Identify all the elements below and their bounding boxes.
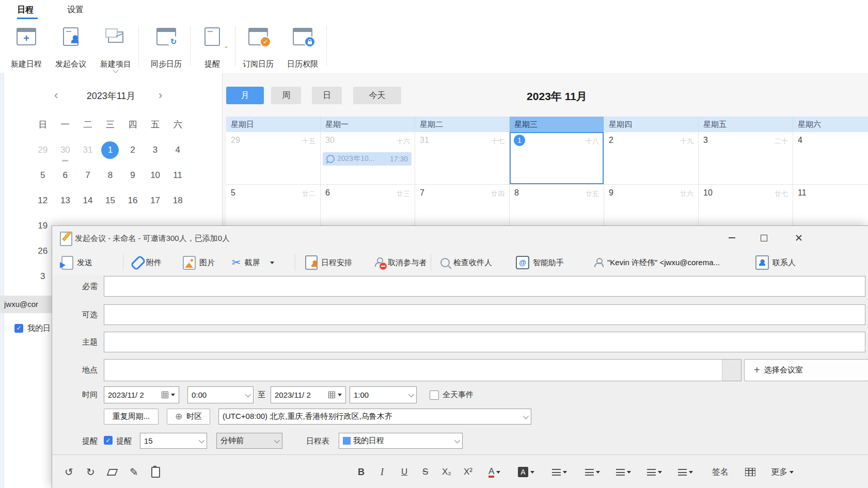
reminder-button[interactable]: 提醒 [195,24,229,70]
mini-day-cell[interactable]: 16 [121,188,144,213]
align-button[interactable] [552,455,567,488]
mini-day-cell[interactable]: 3 [31,264,54,289]
reminder-checkbox[interactable]: ✓ [104,436,113,445]
mini-day-cell[interactable]: 13 [54,188,77,213]
start-date-picker[interactable]: 2023/11/ 2 [104,386,179,403]
insert-table-button[interactable] [745,455,755,488]
all-day-checkbox[interactable] [430,391,439,400]
day-cell[interactable]: 31 十七 [415,132,510,185]
bold-button[interactable]: B [358,455,365,488]
minimize-button[interactable] [723,231,740,245]
mini-day-cell[interactable]: 3 [144,137,167,162]
choose-meeting-room-button[interactable]: + 选择会议室 [744,359,868,381]
start-meeting-button[interactable]: 发起会议 [49,24,93,70]
mini-calendar-prev-button[interactable]: ‹ [54,89,58,102]
reminder-value-select[interactable]: 15 [140,433,207,449]
mini-day-cell[interactable]: 19 [31,213,54,238]
tab-settings[interactable]: 设置 [67,0,84,18]
day-cell-today[interactable]: 1 十八 [510,132,604,185]
dialog-title-bar[interactable]: 发起会议 - 未命名 - 可邀请300人，已添加0人 [52,226,868,250]
clear-format-button[interactable] [108,455,117,488]
tab-schedule[interactable]: 日程 [17,0,34,18]
format-painter-button[interactable]: ✎ [130,455,138,488]
sync-calendar-button[interactable]: ↻ 同步日历 [144,24,188,70]
timezone-button[interactable]: ⊕ 时区 [167,409,210,425]
reminder-unit-select[interactable]: 分钟前 [216,433,282,449]
subscript-button[interactable]: X₂ [442,455,451,488]
optional-attendees-input[interactable] [104,304,865,325]
mini-day-cell-selected[interactable]: 1 [99,137,122,162]
day-cell[interactable]: 29 十五 [226,132,321,185]
close-button[interactable] [791,231,807,245]
mini-day-cell[interactable]: 14 [76,188,99,213]
calendar-permission-button[interactable]: 日历权限 [281,24,324,70]
signature-button[interactable]: 签名 [712,455,729,488]
mini-day-cell[interactable]: 29 [31,137,54,162]
day-cell[interactable]: 2 十九 [604,132,699,185]
day-cell[interactable]: 30 十六 2023年10... 17:30 [321,132,415,185]
required-attendees-input[interactable] [104,276,865,297]
sender-account[interactable]: "Kevin 许经伟" <jwxu@corema... [594,250,720,275]
end-time-select[interactable]: 1:00 [350,386,417,403]
italic-button[interactable]: I [381,455,384,488]
mini-day-cell[interactable]: 4 [166,137,189,162]
location-input[interactable] [104,359,741,381]
redo-button[interactable]: ↻ [86,455,95,488]
line-spacing-button[interactable] [678,455,693,488]
check-recipients-button[interactable]: 检查收件人 [440,250,492,275]
mini-day-cell[interactable]: 8 [99,162,122,188]
location-input-gray-section[interactable] [722,360,741,381]
contacts-button[interactable]: 联系人 [755,250,796,275]
send-button[interactable]: 发送 [61,250,92,275]
indent-button[interactable] [647,455,662,488]
screenshot-button[interactable]: ✂ 截屏 [232,250,274,275]
image-button[interactable]: 图片 [183,250,215,275]
schedule-arrange-button[interactable]: 日程安排 [305,250,352,275]
mini-calendar-next-button[interactable]: › [159,89,162,102]
ai-assistant-button[interactable]: @ 智能助手 [516,250,564,275]
mini-day-cell[interactable]: 7 [76,162,99,188]
subscribe-calendar-button[interactable]: ✓ 订阅日历 [238,24,279,70]
subject-input[interactable] [104,332,865,352]
mini-day-cell[interactable]: 9 [121,162,144,188]
strikethrough-button[interactable]: S [422,455,428,488]
mini-day-cell[interactable]: 30 [54,137,77,162]
calendar-select[interactable]: 我的日程 [339,433,463,449]
mini-day-cell[interactable]: 31 [76,137,99,162]
cancel-participants-button[interactable]: 取消参与者 [375,250,427,275]
mini-day-cell[interactable]: 2 [121,137,144,162]
mini-day-cell[interactable]: 17 [144,188,167,213]
start-time-select[interactable]: 0:00 [187,386,254,403]
new-project-button[interactable]: 新建项目 [93,24,138,70]
new-schedule-button[interactable]: + 新建日程 [4,24,49,70]
mini-day-cell[interactable]: 15 [99,188,122,213]
timezone-select[interactable]: (UTC+08:00) 北京,重庆,香港特别行政区,乌鲁木齐 [218,409,531,425]
day-cell[interactable]: 4 [793,132,868,185]
maximize-button[interactable] [755,231,772,245]
screenshot-dropdown-arrow-icon[interactable] [270,262,274,264]
mini-day-cell[interactable]: 6 [54,162,77,188]
numbered-list-button[interactable] [585,455,600,488]
day-cell[interactable]: 3 二十 [699,132,793,185]
mini-day-cell[interactable]: 10 [144,162,167,188]
end-date-picker[interactable]: 2023/11/ 2 [271,386,346,403]
mini-day-cell[interactable]: 26 [31,238,54,264]
mini-day-cell[interactable]: 11 [166,162,189,188]
mini-day-cell[interactable]: 5 [31,162,54,188]
cancel-participants-label: 取消参与者 [388,258,427,268]
calendar-event[interactable]: 2023年10... 17:30 [323,152,412,166]
paste-button[interactable] [151,455,160,488]
repeat-cycle-button[interactable]: 重复周期... [104,409,159,425]
bullet-list-button[interactable] [616,455,631,488]
attachment-button[interactable]: 附件 [134,250,162,275]
mini-day-cell[interactable]: 12 [31,188,54,213]
end-time-value: 1:00 [354,391,369,399]
highlight-color-button[interactable]: A [518,455,534,488]
superscript-button[interactable]: X² [464,455,472,488]
font-color-button[interactable]: A [488,455,500,488]
more-button[interactable]: 更多 [771,455,794,488]
underline-button[interactable]: U [401,455,407,488]
undo-button[interactable]: ↺ [65,455,73,488]
my-calendar-checkbox[interactable]: ✓ [14,324,23,333]
mini-day-cell[interactable]: 18 [166,188,189,213]
